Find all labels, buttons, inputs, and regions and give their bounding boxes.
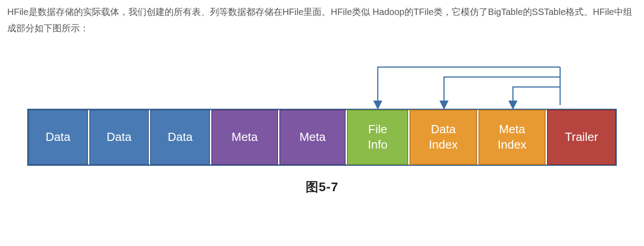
description-text: HFile是数据存储的实际载体，我们创建的所有表、列等数据都存储在HFile里面… <box>7 4 637 36</box>
arrows-layer <box>27 54 617 109</box>
block-label: DataIndex <box>429 122 458 153</box>
block-label: Trailer <box>565 130 598 145</box>
block-trailer: Trailer <box>547 110 616 165</box>
block-label: Meta <box>231 130 258 145</box>
block-meta: Meta <box>211 110 279 165</box>
block-meta-index: MetaIndex <box>478 110 547 165</box>
block-label: Data <box>45 130 70 145</box>
block-label: Data <box>107 130 132 145</box>
block-data: Data <box>150 110 211 165</box>
figure-caption: 图5-7 <box>5 178 639 196</box>
block-data-index: DataIndex <box>410 110 478 165</box>
block-label: MetaIndex <box>498 122 527 153</box>
block-label: Meta <box>299 130 326 145</box>
block-data: Data <box>28 110 89 165</box>
arrow-trailer-dataindex <box>444 77 560 105</box>
block-data: Data <box>89 110 151 165</box>
block-meta: Meta <box>279 110 347 165</box>
block-label: FileInfo <box>368 122 387 153</box>
arrow-trailer-fileinfo <box>378 67 560 105</box>
arrow-trailer-metaindex <box>513 87 560 105</box>
hfile-diagram: Data Data Data Meta Meta FileInfo DataIn… <box>27 54 617 166</box>
hfile-blocks-row: Data Data Data Meta Meta FileInfo DataIn… <box>27 109 617 166</box>
block-file-info: FileInfo <box>347 110 410 165</box>
block-label: Data <box>168 130 193 145</box>
